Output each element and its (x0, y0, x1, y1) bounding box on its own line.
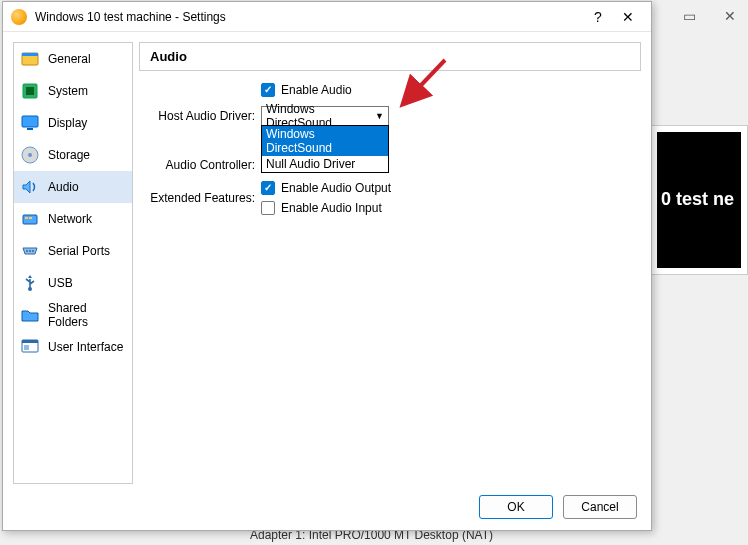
enable-audio-input-checkbox[interactable]: Enable Audio Input (261, 201, 391, 215)
sidebar-item-label: Display (48, 116, 87, 130)
host-audio-driver-combobox[interactable]: Windows DirectSound ▼ (261, 106, 389, 126)
audio-controller-label: Audio Controller: (143, 158, 261, 172)
panel-heading: Audio (139, 42, 641, 71)
network-icon (20, 209, 40, 229)
svg-rect-16 (22, 340, 38, 343)
chevron-down-icon: ▼ (375, 111, 384, 121)
titlebar: Windows 10 test machine - Settings ? ✕ (3, 2, 651, 32)
sidebar-item-serial-ports[interactable]: Serial Ports (14, 235, 132, 267)
sidebar-item-label: Shared Folders (48, 301, 126, 329)
svg-point-12 (29, 250, 31, 252)
general-icon (20, 49, 40, 69)
svg-rect-5 (27, 128, 33, 130)
host-audio-driver-dropdown: Windows DirectSound Null Audio Driver (261, 125, 389, 173)
svg-rect-17 (24, 345, 29, 350)
sidebar-item-usb[interactable]: USB (14, 267, 132, 299)
svg-rect-4 (22, 116, 38, 127)
enable-audio-input-label: Enable Audio Input (281, 201, 382, 215)
svg-rect-1 (22, 53, 38, 56)
svg-point-13 (32, 250, 34, 252)
sidebar-item-storage[interactable]: Storage (14, 139, 132, 171)
shared-folders-icon (20, 305, 40, 325)
checkbox-icon (261, 201, 275, 215)
dropdown-option-windows-directsound[interactable]: Windows DirectSound (262, 126, 388, 156)
svg-rect-8 (23, 215, 37, 224)
sidebar-item-label: Audio (48, 180, 79, 194)
ok-button-label: OK (507, 500, 524, 514)
enable-audio-output-label: Enable Audio Output (281, 181, 391, 195)
sidebar-item-label: Storage (48, 148, 90, 162)
background-preview-text: 0 test ne (657, 132, 741, 268)
dialog-footer: OK Cancel (3, 484, 651, 530)
extended-features-label: Extended Features: (143, 191, 261, 205)
sidebar-item-user-interface[interactable]: User Interface (14, 331, 132, 363)
close-button[interactable]: ✕ (613, 9, 643, 25)
svg-point-11 (26, 250, 28, 252)
bg-minimize-icon: ▭ (683, 8, 696, 24)
virtualbox-icon (11, 9, 27, 25)
user-interface-icon (20, 337, 40, 357)
bg-close-icon: ✕ (724, 8, 736, 24)
sidebar-item-display[interactable]: Display (14, 107, 132, 139)
sidebar-item-label: Network (48, 212, 92, 226)
checkbox-icon (261, 83, 275, 97)
sidebar-item-network[interactable]: Network (14, 203, 132, 235)
svg-rect-9 (25, 217, 28, 219)
sidebar-item-system[interactable]: System (14, 75, 132, 107)
dropdown-option-null-audio-driver[interactable]: Null Audio Driver (262, 156, 388, 172)
svg-rect-10 (29, 217, 32, 219)
sidebar-item-shared-folders[interactable]: Shared Folders (14, 299, 132, 331)
background-window-controls: ▭ ✕ (683, 8, 736, 24)
usb-icon (20, 273, 40, 293)
sidebar-item-label: Serial Ports (48, 244, 110, 258)
background-preview-thumbnail: 0 test ne (650, 125, 748, 275)
checkbox-icon (261, 181, 275, 195)
enable-audio-output-checkbox[interactable]: Enable Audio Output (261, 181, 391, 195)
sidebar-item-label: User Interface (48, 340, 123, 354)
dialog-title: Windows 10 test machine - Settings (35, 10, 583, 24)
sidebar-item-audio[interactable]: Audio (14, 171, 132, 203)
display-icon (20, 113, 40, 133)
cancel-button[interactable]: Cancel (563, 495, 637, 519)
serial-ports-icon (20, 241, 40, 261)
settings-dialog: Windows 10 test machine - Settings ? ✕ G… (2, 1, 652, 531)
enable-audio-label: Enable Audio (281, 83, 352, 97)
sidebar-item-label: System (48, 84, 88, 98)
svg-rect-3 (26, 87, 34, 95)
storage-icon (20, 145, 40, 165)
enable-audio-checkbox[interactable]: Enable Audio (261, 83, 352, 97)
sidebar-item-label: General (48, 52, 91, 66)
cancel-button-label: Cancel (581, 500, 618, 514)
host-audio-driver-label: Host Audio Driver: (143, 109, 261, 123)
sidebar-item-general[interactable]: General (14, 43, 132, 75)
ok-button[interactable]: OK (479, 495, 553, 519)
audio-icon (20, 177, 40, 197)
help-button[interactable]: ? (583, 9, 613, 25)
settings-main-panel: Audio Enable Audio Host Audio Driver: Wi… (139, 42, 641, 484)
settings-sidebar: General System Display Storage (13, 42, 133, 484)
svg-point-7 (28, 153, 32, 157)
system-icon (20, 81, 40, 101)
sidebar-item-label: USB (48, 276, 73, 290)
